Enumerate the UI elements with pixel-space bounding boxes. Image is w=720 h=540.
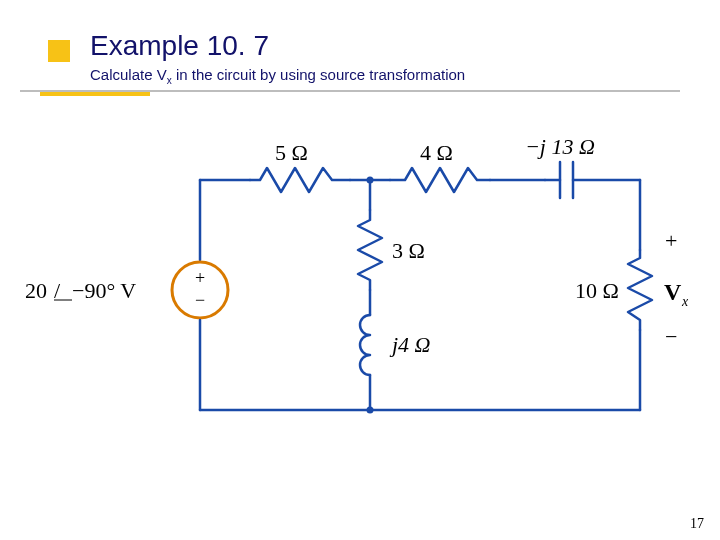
lj4-label: j4 Ω (389, 332, 431, 357)
page-number: 17 (690, 516, 704, 532)
subtitle-suffix: in the circuit by using source transform… (172, 66, 465, 83)
cap-label: −j 13 Ω (525, 134, 595, 159)
source-angle-slash: / (54, 278, 61, 303)
source-angle: −90° V (72, 278, 136, 303)
svg-point-16 (367, 177, 374, 184)
circuit-diagram: + − 20 / −90° V 5 Ω 4 Ω −j 13 Ω 3 Ω j4 Ω… (20, 130, 700, 470)
source-value: 20 (25, 278, 47, 303)
r10-label: 10 Ω (575, 278, 619, 303)
page-title: Example 10. 7 (90, 30, 269, 62)
r4-label: 4 Ω (420, 140, 453, 165)
vx-sub: x (681, 294, 689, 309)
svg-point-17 (367, 407, 374, 414)
title-bullet (48, 40, 70, 62)
source-plus: + (195, 268, 205, 288)
vx-label: V (664, 279, 682, 305)
vx-minus: − (665, 324, 677, 349)
rule-yellow (40, 92, 150, 96)
subtitle: Calculate Vx in the circuit by using sou… (90, 66, 465, 86)
r3-label: 3 Ω (392, 238, 425, 263)
r5-label: 5 Ω (275, 140, 308, 165)
vx-plus: + (665, 228, 677, 253)
source-minus: − (195, 290, 205, 310)
subtitle-prefix: Calculate V (90, 66, 167, 83)
